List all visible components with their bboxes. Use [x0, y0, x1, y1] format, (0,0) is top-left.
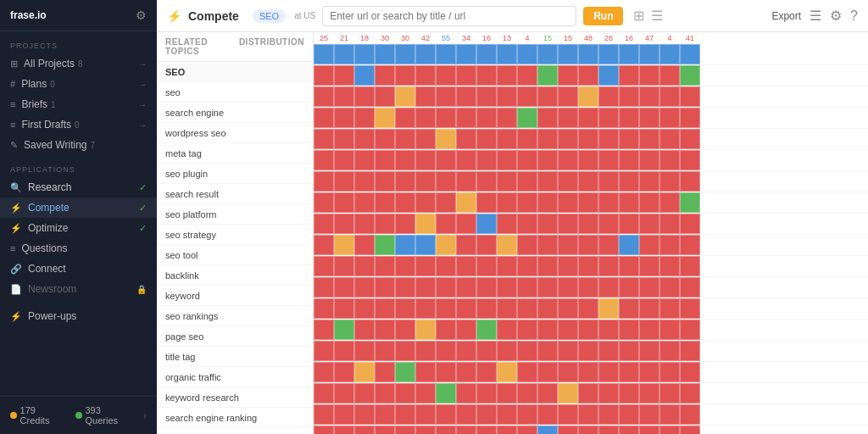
grid-cell[interactable]	[395, 129, 415, 149]
grid-cell[interactable]	[639, 171, 659, 192]
grid-cell[interactable]	[578, 214, 598, 234]
grid-cell[interactable]	[334, 214, 354, 234]
grid-cell[interactable]	[537, 171, 558, 192]
grid-cell[interactable]	[314, 129, 334, 149]
grid-cell[interactable]	[436, 320, 456, 340]
grid-cell[interactable]	[334, 341, 354, 361]
grid-cell[interactable]	[354, 277, 375, 298]
grid-cell[interactable]	[578, 171, 598, 192]
grid-cell[interactable]	[436, 404, 456, 425]
grid-cell[interactable]	[395, 108, 415, 128]
grid-cell[interactable]	[334, 150, 354, 170]
grid-cell[interactable]	[619, 298, 639, 319]
grid-cell[interactable]	[415, 108, 436, 128]
grid-cell[interactable]	[558, 362, 578, 382]
grid-cell[interactable]	[517, 277, 537, 298]
grid-cell[interactable]	[517, 108, 537, 128]
grid-cell[interactable]	[395, 362, 415, 382]
grid-cell[interactable]	[659, 298, 680, 319]
grid-cell[interactable]	[415, 150, 436, 170]
grid-cell[interactable]	[578, 383, 598, 403]
grid-cell[interactable]	[456, 214, 476, 234]
grid-cell[interactable]	[354, 214, 375, 234]
grid-cell[interactable]	[436, 129, 456, 149]
grid-cell[interactable]	[537, 44, 558, 64]
grid-cell[interactable]	[436, 108, 456, 128]
grid-cell[interactable]	[476, 171, 497, 192]
grid-cell[interactable]	[659, 150, 680, 170]
grid-cell[interactable]	[497, 362, 517, 382]
grid-cell[interactable]	[334, 129, 354, 149]
grid-cell[interactable]	[619, 256, 639, 276]
grid-cell[interactable]	[395, 341, 415, 361]
grid-cell[interactable]	[436, 86, 456, 107]
sidebar-item-saved-writing[interactable]: ✎ Saved Writing 7	[0, 135, 157, 155]
grid-cell[interactable]	[598, 298, 619, 319]
grid-cell[interactable]	[395, 235, 415, 255]
grid-cell[interactable]	[415, 426, 436, 434]
grid-cell[interactable]	[415, 320, 436, 340]
grid-cell[interactable]	[476, 341, 497, 361]
grid-cell[interactable]	[680, 426, 700, 434]
grid-cell[interactable]	[375, 65, 395, 86]
grid-view-icon[interactable]: ⊞	[633, 8, 644, 24]
grid-cell[interactable]	[619, 426, 639, 434]
sidebar-item-compete[interactable]: ⚡ Compete ✓	[0, 198, 157, 218]
grid-cell[interactable]	[537, 298, 558, 319]
grid-cell[interactable]	[456, 320, 476, 340]
grid-cell[interactable]	[395, 214, 415, 234]
grid-cell[interactable]	[659, 235, 680, 255]
grid-cell[interactable]	[558, 404, 578, 425]
grid-cell[interactable]	[476, 150, 497, 170]
grid-cell[interactable]	[476, 65, 497, 86]
grid-cell[interactable]	[375, 298, 395, 319]
grid-cell[interactable]	[375, 426, 395, 434]
grid-cell[interactable]	[375, 108, 395, 128]
grid-cell[interactable]	[558, 214, 578, 234]
grid-cell[interactable]	[659, 383, 680, 403]
grid-cell[interactable]	[517, 129, 537, 149]
grid-cell[interactable]	[497, 171, 517, 192]
grid-cell[interactable]	[314, 404, 334, 425]
grid-cell[interactable]	[639, 426, 659, 434]
grid-cell[interactable]	[497, 65, 517, 86]
grid-cell[interactable]	[436, 171, 456, 192]
grid-cell[interactable]	[680, 192, 700, 213]
grid-cell[interactable]	[598, 192, 619, 213]
grid-cell[interactable]	[456, 108, 476, 128]
grid-cell[interactable]	[659, 65, 680, 86]
grid-cell[interactable]	[659, 256, 680, 276]
grid-cell[interactable]	[659, 341, 680, 361]
grid-cell[interactable]	[456, 129, 476, 149]
grid-cell[interactable]	[619, 44, 639, 64]
grid-cell[interactable]	[456, 65, 476, 86]
grid-cell[interactable]	[537, 341, 558, 361]
grid-cell[interactable]	[436, 298, 456, 319]
grid-cell[interactable]	[680, 404, 700, 425]
grid-cell[interactable]	[680, 383, 700, 403]
grid-cell[interactable]	[598, 108, 619, 128]
grid-cell[interactable]	[415, 404, 436, 425]
grid-cell[interactable]	[680, 214, 700, 234]
grid-cell[interactable]	[558, 171, 578, 192]
grid-cell[interactable]	[659, 192, 680, 213]
grid-cell[interactable]	[415, 277, 436, 298]
grid-cell[interactable]	[578, 108, 598, 128]
grid-cell[interactable]	[598, 277, 619, 298]
grid-cell[interactable]	[517, 426, 537, 434]
grid-cell[interactable]	[456, 362, 476, 382]
grid-cell[interactable]	[558, 383, 578, 403]
grid-cell[interactable]	[619, 86, 639, 107]
grid-cell[interactable]	[537, 277, 558, 298]
grid-cell[interactable]	[476, 214, 497, 234]
grid-cell[interactable]	[415, 341, 436, 361]
grid-cell[interactable]	[354, 256, 375, 276]
sidebar-item-first-drafts[interactable]: ≡ First Drafts 0 →	[0, 114, 157, 135]
grid-cell[interactable]	[476, 108, 497, 128]
grid-cell[interactable]	[558, 44, 578, 64]
grid-cell[interactable]	[415, 298, 436, 319]
grid-cell[interactable]	[334, 277, 354, 298]
grid-cell[interactable]	[375, 192, 395, 213]
grid-cell[interactable]	[598, 341, 619, 361]
grid-cell[interactable]	[537, 65, 558, 86]
